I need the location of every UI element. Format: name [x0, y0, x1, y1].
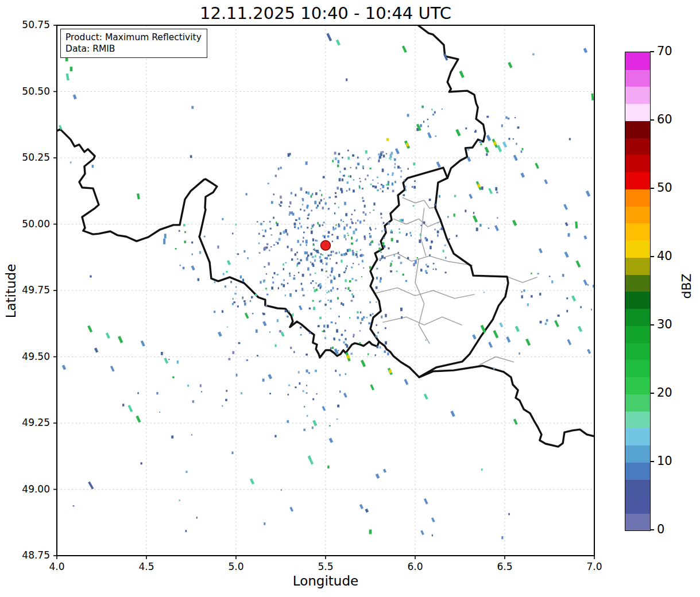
colorbar-segment	[625, 513, 650, 531]
colorbar-tick	[650, 188, 654, 189]
country-borders	[57, 25, 594, 447]
x-tick-label: 6.5	[488, 562, 522, 572]
colorbar-segment	[625, 360, 650, 378]
colorbar-segment	[625, 87, 650, 104]
y-tick-label: 49.00	[17, 484, 50, 494]
colorbar-tick-label: 10	[657, 455, 672, 467]
colorbar-gradient	[625, 52, 651, 531]
colorbar-label: dBZ	[679, 263, 694, 309]
admin-borders	[376, 197, 537, 365]
x-axis-label: Longitude	[57, 573, 594, 588]
colorbar-tick-label: 50	[657, 182, 672, 194]
colorbar-segment	[625, 497, 650, 514]
y-tick-label: 50.00	[17, 219, 50, 229]
y-tick-label: 49.25	[17, 418, 50, 428]
colorbar-tick	[650, 256, 654, 257]
colorbar-tick	[650, 461, 654, 462]
y-tick-label: 50.50	[17, 87, 50, 96]
colorbar-segment	[625, 103, 650, 121]
map-canvas	[0, 0, 700, 597]
colorbar-tick	[650, 393, 654, 394]
colorbar-segment	[625, 121, 650, 138]
colorbar-segment	[625, 462, 650, 480]
colorbar-segment	[625, 274, 650, 292]
colorbar-segment	[625, 325, 650, 343]
colorbar-segment	[625, 172, 650, 189]
product-info-box: Product: Maximum Reflectivity Data: RMIB	[60, 29, 207, 58]
radar-site-marker	[321, 241, 331, 250]
colorbar-segment	[625, 155, 650, 173]
colorbar-segment	[625, 206, 650, 224]
colorbar-segment	[625, 411, 650, 429]
colorbar-segment	[625, 479, 650, 497]
colorbar-tick	[650, 529, 654, 530]
y-tick-label: 49.75	[17, 285, 50, 295]
colorbar-tick-label: 40	[657, 250, 672, 262]
x-tick-label: 5.5	[308, 562, 343, 572]
colorbar-segment	[625, 428, 650, 446]
colorbar-segment	[625, 189, 650, 207]
y-tick-label: 50.75	[17, 20, 50, 30]
y-tick-label: 49.50	[17, 352, 50, 362]
colorbar-tick	[650, 51, 654, 52]
colorbar-segment	[625, 138, 650, 156]
colorbar-tick-label: 20	[657, 387, 672, 399]
colorbar-segment	[625, 343, 650, 360]
x-tick-label: 4.5	[129, 562, 164, 572]
colorbar-segment	[625, 377, 650, 394]
colorbar-tick	[650, 119, 654, 121]
axis-ticks	[53, 25, 594, 559]
colorbar-tick-label: 30	[657, 319, 672, 331]
y-tick-label: 50.25	[17, 153, 50, 162]
gridlines	[57, 25, 594, 556]
colorbar-tick	[650, 324, 654, 325]
colorbar-segment	[625, 445, 650, 463]
colorbar-tick-label: 60	[657, 114, 672, 126]
colorbar-segment	[625, 394, 650, 412]
colorbar-segment	[625, 308, 650, 326]
colorbar-segment	[625, 52, 650, 70]
radar-echoes	[60, 33, 595, 539]
x-tick-label: 5.0	[219, 562, 253, 572]
colorbar-segment	[625, 257, 650, 275]
colorbar-segment	[625, 292, 650, 309]
x-tick-label: 6.0	[398, 562, 432, 572]
x-tick-label: 4.0	[40, 562, 74, 572]
radar-figure: 12.11.2025 10:40 - 10:44 UTC Product: Ma…	[0, 0, 700, 597]
colorbar-segment	[625, 240, 650, 258]
product-info-line1: Product: Maximum Reflectivity	[65, 32, 202, 43]
y-tick-label: 48.75	[17, 551, 50, 560]
colorbar-tick-label: 0	[657, 524, 664, 536]
colorbar-segment	[625, 223, 650, 241]
product-info-line2: Data: RMIB	[65, 43, 202, 55]
x-tick-label: 7.0	[577, 562, 612, 572]
colorbar-tick-label: 70	[657, 45, 672, 57]
colorbar-segment	[625, 69, 650, 87]
